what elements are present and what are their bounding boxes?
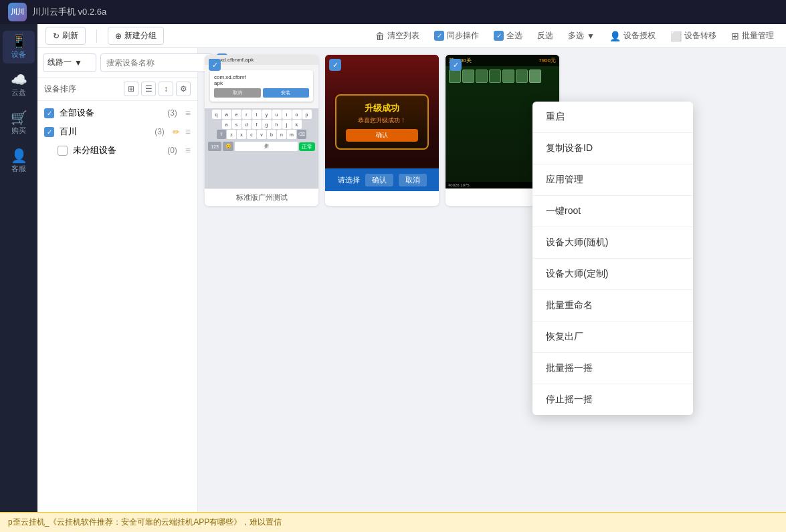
kb-emoji-key: 😊 [223, 142, 233, 151]
sidebar-item-label: 设备 [11, 49, 26, 59]
multi-select-action[interactable]: 多选 ▼ [564, 29, 599, 43]
bottom-bar-text: p歪云挂机_《云挂机软件推荐：安全可靠的云端挂机APP有哪些》，难以置信 [8, 517, 282, 528]
main-area: ↻ 刷新 ⊕ 新建分组 🗑 清空列表 ✓ 同步操作 ✓ 全选 反选 [37, 24, 786, 532]
group-item-baichuan[interactable]: ✓ 百川 (3) ✏ ≡ [37, 122, 197, 141]
game-top-bar: 第7900关 7900元 [446, 55, 559, 66]
confirm-btn: 安装 [263, 88, 310, 98]
sidebar-item-cloud[interactable]: ☁️ 云盘 [3, 69, 35, 102]
line-select[interactable]: 线路一 ▼ [43, 53, 96, 72]
device-transfer-action[interactable]: ⬜ 设备转移 [666, 29, 720, 43]
sync-op-action[interactable]: ✓ 同步操作 [430, 29, 483, 43]
card2-checkbox[interactable]: ✓ [329, 59, 341, 71]
app-title: 川川云手机 v0.2.6a [32, 6, 106, 18]
kb-shift-key: ⇧ [217, 130, 226, 139]
search-input[interactable] [100, 53, 213, 72]
title-bar: 川川 川川云手机 v0.2.6a [0, 0, 786, 24]
menu-item-restart[interactable]: 重启 [532, 102, 693, 133]
kb-key: c [247, 130, 256, 139]
reverse-action[interactable]: 反选 [533, 29, 557, 43]
card3-checkbox[interactable]: ✓ [450, 59, 462, 71]
kb-key: d [242, 120, 252, 129]
group-item-all[interactable]: ✓ 全部设备 (3) ≡ [37, 104, 197, 122]
card1-label: 标准版广州测试 [205, 188, 318, 206]
group-all-checkbox: ✓ [44, 108, 54, 118]
sort-up-btn[interactable]: ↕ [159, 82, 173, 96]
new-group-button[interactable]: ⊕ 新建分组 [108, 27, 164, 45]
device-sort-bar: 设备排序 ⊞ ☰ ↕ ⚙ [37, 78, 197, 101]
menu-item-batch-rename[interactable]: 批量重命名 [532, 290, 693, 321]
phone1-status-bar: com.xd.cfbnmf.apk [205, 55, 318, 65]
group-item-ungrouped[interactable]: 未分组设备 (0) ≡ [37, 141, 197, 160]
status-badge: 正常 [299, 142, 315, 151]
device-auth-action[interactable]: 👤 设备授权 [605, 29, 660, 43]
batch-mgmt-action[interactable]: ⊞ 批量管理 [727, 29, 778, 43]
kb-key: j [282, 120, 292, 129]
device-card-2[interactable]: ✓ 升级成功 恭喜您升级成功！ 确认 请选择 确认 [325, 55, 439, 206]
menu-item-batch-shake[interactable]: 批量摇一摇 [532, 353, 693, 384]
kb-key: w [222, 110, 231, 119]
menu-item-app-mgmt[interactable]: 应用管理 [532, 164, 693, 196]
sidebar-item-device[interactable]: 📱 设备 [3, 31, 35, 63]
card1-checkbox[interactable]: ✓ [209, 59, 221, 71]
context-menu: 重启 复制设备ID 应用管理 一键root 设备大师(随机) 设备大师(定制) … [532, 102, 693, 415]
kb-key: b [267, 130, 276, 139]
card2-overlay-bar: 请选择 确认 取消 [325, 168, 439, 191]
sort-controls: ⊞ ☰ ↕ ⚙ [124, 82, 191, 96]
sidebar-item-label: 云盘 [11, 88, 26, 98]
refresh-icon: ↻ [53, 31, 60, 41]
kb-key: i [282, 110, 292, 119]
upgrade-title: 升级成功 [346, 102, 417, 114]
kb-key: k [292, 120, 302, 129]
sync-checkbox: ✓ [434, 31, 444, 41]
batch-icon: ⊞ [731, 31, 739, 41]
kb-key: a [222, 120, 231, 129]
refresh-button[interactable]: ↻ 刷新 [45, 27, 86, 45]
menu-item-stop-shake[interactable]: 停止摇一摇 [532, 384, 693, 415]
edit-icon[interactable]: ✏ [173, 127, 180, 137]
kb-key: q [212, 110, 221, 119]
card2-confirm-btn[interactable]: 确认 [365, 174, 393, 186]
menu-item-copy-id[interactable]: 复制设备ID [532, 133, 693, 164]
service-icon: 👤 [11, 149, 27, 162]
menu-item-one-root[interactable]: 一键root [532, 196, 693, 227]
auth-icon: 👤 [609, 31, 621, 41]
sidebar-item-service[interactable]: 👤 客服 [3, 145, 35, 178]
menu-item-factory-reset[interactable]: 恢复出厂 [532, 321, 693, 353]
chevron-down-icon: ▼ [74, 58, 82, 68]
kb-key: f [252, 120, 262, 129]
card2-cancel-btn[interactable]: 取消 [399, 174, 427, 186]
kb-key: x [237, 130, 246, 139]
upgrade-confirm-btn[interactable]: 确认 [346, 129, 417, 142]
phone1-keyboard: q w e r t y u i o p a [205, 108, 318, 188]
select-all-checkbox: ✓ [494, 31, 504, 41]
clear-list-icon: 🗑 [375, 31, 385, 41]
sidebar-item-shop[interactable]: 🛒 购买 [3, 107, 35, 140]
kb-key: y [262, 110, 272, 119]
clear-list-action[interactable]: 🗑 清空列表 [371, 29, 423, 43]
device-icon: 📱 [11, 35, 27, 48]
kb-key: r [242, 110, 252, 119]
menu-item-device-master-custom[interactable]: 设备大师(定制) [532, 259, 693, 290]
drag-handle-icon: ≡ [185, 145, 191, 156]
toolbar-right-actions: 🗑 清空列表 ✓ 同步操作 ✓ 全选 反选 多选 ▼ 👤 设备授权 [371, 29, 778, 43]
kb-bottom-row: 123 😊 拼 正常 [206, 140, 317, 153]
group-ungrouped-checkbox [58, 146, 68, 156]
chevron-down-icon: ▼ [587, 31, 595, 41]
kb-key: n [277, 130, 286, 139]
kb-key: e [232, 110, 241, 119]
device-group-list: ✓ 全部设备 (3) ≡ ✓ 百川 (3) ✏ ≡ 未分组设备 (0) [37, 101, 197, 162]
left-panel: 线路一 ▼ 🔍 设备排序 ⊞ ☰ ↕ ⚙ [37, 48, 198, 532]
bottom-bar: p歪云挂机_《云挂机软件推荐：安全可靠的云端挂机APP有哪些》，难以置信 [0, 512, 786, 532]
toolbar-divider [96, 29, 97, 43]
kb-key: z [227, 130, 236, 139]
sort-layers-btn[interactable]: ⊞ [124, 82, 138, 96]
sidebar-item-label: 客服 [11, 164, 26, 174]
select-all-action[interactable]: ✓ 全选 [490, 29, 526, 43]
sort-settings-btn[interactable]: ⚙ [176, 82, 191, 96]
kb-key: h [272, 120, 282, 129]
device-card-1[interactable]: ✓ com.xd.cfbnmf.apk com.xd.cfbmfapk 取消 安… [205, 55, 318, 206]
cancel-btn: 取消 [214, 88, 261, 98]
menu-item-device-master-random[interactable]: 设备大师(随机) [532, 227, 693, 259]
phone1-dialog: com.xd.cfbmfapk 取消 安装 [210, 70, 313, 102]
sort-list-btn[interactable]: ☰ [141, 82, 156, 96]
